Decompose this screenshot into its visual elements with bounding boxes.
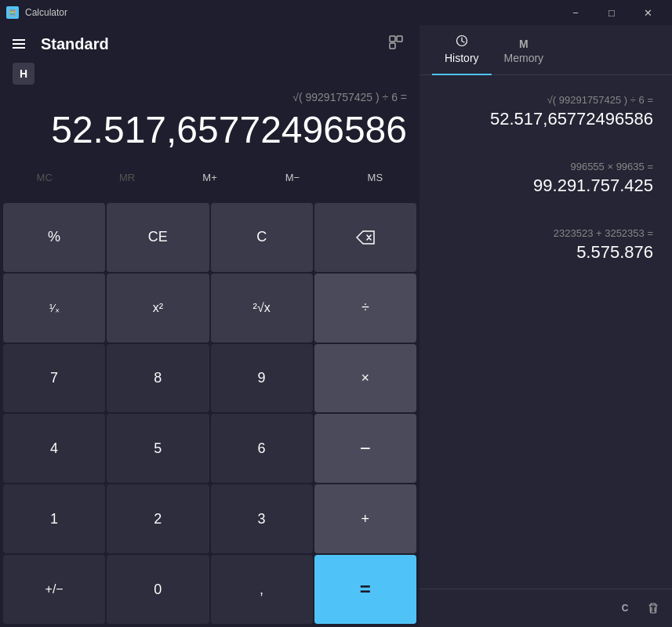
- result-display: 52.517,65772496586: [13, 110, 407, 151]
- negate-button[interactable]: +/−: [3, 555, 105, 624]
- history-result-3: 5.575.876: [438, 242, 653, 263]
- h-badge: H: [13, 63, 35, 85]
- six-button[interactable]: 6: [211, 414, 313, 483]
- clear-button[interactable]: C: [211, 203, 313, 272]
- history-icon: [445, 34, 479, 50]
- menu-button[interactable]: [13, 36, 31, 52]
- memory-tab[interactable]: M Memory: [492, 31, 557, 75]
- history-expr-3: 2323523 + 3252353 =: [438, 227, 653, 239]
- expression-display: √( 99291757425 ) ÷ 6 =: [13, 91, 407, 107]
- history-result-1: 52.517,65772496586: [438, 109, 653, 129]
- calc-display: √( 99291757425 ) ÷ 6 = 52.517,6577249658…: [0, 91, 420, 151]
- app-icon: 🧮: [6, 6, 19, 19]
- history-item-3[interactable]: 2323523 + 3252353 = 5.575.876: [432, 221, 659, 269]
- memory-row: MC MR M+ M− MS: [0, 158, 420, 198]
- zero-button[interactable]: 0: [107, 555, 209, 624]
- one-button[interactable]: 1: [3, 484, 105, 553]
- memory-minus-button[interactable]: M−: [251, 164, 333, 192]
- svg-rect-4: [390, 43, 395, 49]
- decimal-button[interactable]: ,: [211, 555, 313, 624]
- hamburger-line-2: [13, 43, 25, 45]
- history-list: √( 99291757425 ) ÷ 6 = 52.517,6577249658…: [420, 75, 672, 589]
- sqrt-button[interactable]: ²√x: [211, 274, 313, 342]
- hamburger-line-1: [13, 39, 25, 41]
- panel-tabs: History M Memory: [420, 25, 672, 75]
- three-button[interactable]: 3: [211, 484, 313, 553]
- svg-rect-3: [397, 36, 402, 42]
- svg-rect-2: [390, 36, 395, 42]
- memory-store-button[interactable]: MS: [334, 164, 416, 192]
- window-controls: − □ ✕: [558, 0, 666, 25]
- seven-button[interactable]: 7: [3, 344, 105, 413]
- panel-footer: C: [420, 589, 672, 627]
- reciprocal-button[interactable]: ¹⁄ₓ: [3, 274, 105, 342]
- hamburger-line-3: [13, 47, 25, 49]
- calc-title: Standard: [41, 35, 385, 53]
- memory-icon: M: [504, 38, 544, 50]
- minimize-button[interactable]: −: [558, 0, 594, 25]
- app-title: Calculator: [25, 7, 558, 18]
- divide-button[interactable]: ÷: [314, 274, 416, 342]
- close-button[interactable]: ✕: [630, 0, 666, 25]
- compact-mode-button[interactable]: [385, 31, 407, 57]
- history-tab[interactable]: History: [432, 28, 492, 75]
- clear-entry-button[interactable]: CE: [107, 203, 209, 272]
- clear-history-button[interactable]: C: [612, 596, 637, 621]
- eight-button[interactable]: 8: [107, 344, 209, 413]
- history-result-2: 99.291.757.425: [438, 176, 653, 196]
- main-content: Standard H √( 99291757425 ) ÷ 6 = 52.517…: [0, 25, 672, 627]
- multiply-button[interactable]: ×: [314, 344, 416, 413]
- history-tab-label: History: [445, 52, 479, 64]
- delete-history-button[interactable]: [641, 596, 666, 621]
- calculator-panel: Standard H √( 99291757425 ) ÷ 6 = 52.517…: [0, 25, 420, 627]
- subtract-button[interactable]: −: [314, 414, 416, 483]
- add-button[interactable]: +: [314, 484, 416, 553]
- percent-button[interactable]: %: [3, 203, 105, 272]
- backspace-button[interactable]: [314, 203, 416, 272]
- equals-button[interactable]: =: [314, 555, 416, 624]
- square-button[interactable]: x²: [107, 274, 209, 342]
- memory-clear-button[interactable]: MC: [3, 164, 85, 192]
- history-expr-1: √( 99291757425 ) ÷ 6 =: [438, 94, 653, 106]
- four-button[interactable]: 4: [3, 414, 105, 483]
- history-item-2[interactable]: 996555 × 99635 = 99.291.757.425: [432, 154, 659, 202]
- memory-plus-button[interactable]: M+: [169, 164, 251, 192]
- nine-button[interactable]: 9: [211, 344, 313, 413]
- right-panel: History M Memory √( 99291757425 ) ÷ 6 = …: [420, 25, 672, 627]
- memory-recall-button[interactable]: MR: [85, 164, 168, 192]
- two-button[interactable]: 2: [107, 484, 209, 553]
- history-expr-2: 996555 × 99635 =: [438, 161, 653, 172]
- titlebar: 🧮 Calculator − □ ✕: [0, 0, 672, 25]
- memory-tab-label: Memory: [504, 52, 544, 64]
- calc-header: Standard: [0, 25, 420, 63]
- maximize-button[interactable]: □: [594, 0, 630, 25]
- history-item-1[interactable]: √( 99291757425 ) ÷ 6 = 52.517,6577249658…: [432, 88, 659, 136]
- five-button[interactable]: 5: [107, 414, 209, 483]
- svg-text:🧮: 🧮: [9, 9, 16, 16]
- button-grid: % CE C ¹⁄ₓ x² ²√x ÷ 7 8 9 × 4 5 6 −: [0, 201, 420, 627]
